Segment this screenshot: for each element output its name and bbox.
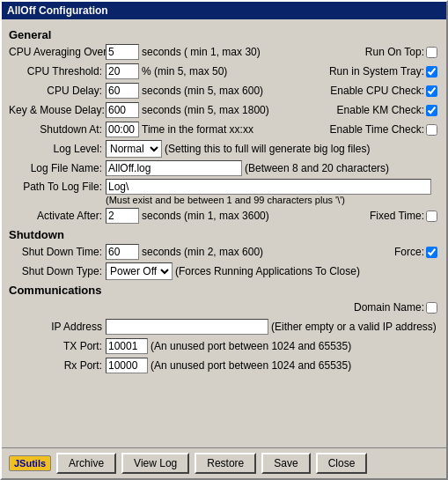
log-level-select[interactable]: Normal Full Minimal xyxy=(106,140,162,158)
log-file-name-label: Log File Name: xyxy=(9,162,106,174)
cpu-avg-row: CPU Averaging Over: seconds ( min 1, max… xyxy=(9,43,439,61)
jsutils-badge: JSutils xyxy=(9,455,51,471)
tx-port-desc: (An unused port between 1024 and 65535) xyxy=(151,340,351,352)
log-file-path-row: Path To Log File: (Must exist and be bet… xyxy=(9,179,439,205)
save-button[interactable]: Save xyxy=(261,453,310,474)
tx-port-input[interactable] xyxy=(106,338,148,354)
shutdown-at-desc: Time in the format xx:xx xyxy=(142,123,253,136)
shutdown-at-label: Shutdown At: xyxy=(9,123,106,136)
activate-after-label: Activate After: xyxy=(9,210,106,222)
ip-address-desc: (Either empty or a valid IP address) xyxy=(271,321,437,333)
log-level-row: Log Level: Normal Full Minimal (Setting … xyxy=(9,140,439,158)
view-log-button[interactable]: View Log xyxy=(121,453,189,474)
run-on-top-checkbox[interactable] xyxy=(426,47,437,58)
km-delay-desc: seconds (min 5, max 1800) xyxy=(142,104,269,116)
cpu-delay-desc: seconds (min 5, max 600) xyxy=(142,85,263,97)
shutdown-at-row: Shutdown At: Time in the format xx:xx En… xyxy=(9,121,439,138)
activate-after-row: Activate After: seconds (min 1, max 3600… xyxy=(9,207,439,225)
log-file-name-row: Log File Name: (Between 8 and 20 charact… xyxy=(9,159,439,177)
run-on-top-label: Run On Top: xyxy=(365,46,424,58)
log-file-path-input[interactable] xyxy=(106,179,431,195)
enable-cpu-check-label: Enable CPU Check: xyxy=(330,85,424,97)
cpu-delay-label: CPU Delay: xyxy=(9,85,106,97)
enable-time-check-label: Enable Time Check: xyxy=(330,123,424,136)
cpu-delay-input[interactable] xyxy=(106,83,139,99)
rx-port-desc: (An unused port between 1024 and 65535) xyxy=(151,359,351,372)
cpu-threshold-desc: % (min 5, max 50) xyxy=(142,65,227,78)
rx-port-label: Rx Port: xyxy=(9,359,106,372)
force-checkbox[interactable] xyxy=(426,247,437,258)
cpu-delay-row: CPU Delay: seconds (min 5, max 600) Enab… xyxy=(9,82,439,100)
run-in-tray-label: Run in System Tray: xyxy=(329,65,424,78)
domain-name-checkbox[interactable] xyxy=(426,302,437,314)
rx-port-input[interactable] xyxy=(106,358,148,373)
activate-after-desc: seconds (min 1, max 3600) xyxy=(142,210,269,222)
activate-after-input[interactable] xyxy=(106,208,139,224)
km-delay-row: Key & Mouse Delay: seconds (min 5, max 1… xyxy=(9,101,439,119)
cpu-threshold-row: CPU Threshold: % (min 5, max 50) Run in … xyxy=(9,63,439,80)
tx-port-label: TX Port: xyxy=(9,340,106,352)
domain-name-row: Domain Name: xyxy=(9,299,439,316)
cpu-avg-desc: seconds ( min 1, max 30) xyxy=(142,46,261,58)
enable-km-check-checkbox[interactable] xyxy=(426,105,437,116)
title-bar: AllOff Configuration xyxy=(2,2,446,19)
shut-down-time-input[interactable] xyxy=(106,244,139,260)
log-file-name-input[interactable] xyxy=(106,160,242,176)
shut-down-time-label: Shut Down Time: xyxy=(9,246,106,258)
shutdown-section-title: Shutdown xyxy=(9,228,439,241)
enable-time-check-checkbox[interactable] xyxy=(426,124,437,136)
fixed-time-label: Fixed Time: xyxy=(370,210,424,222)
cpu-threshold-label: CPU Threshold: xyxy=(9,65,106,78)
shut-down-type-label: Shut Down Type: xyxy=(9,265,106,277)
general-section-title: General xyxy=(9,28,439,41)
log-level-label: Log Level: xyxy=(9,143,106,155)
communications-section-title: Communications xyxy=(9,284,439,297)
run-in-tray-checkbox[interactable] xyxy=(426,66,437,78)
shut-down-type-select[interactable]: Power Off Restart Hibernate Suspend xyxy=(106,262,173,280)
enable-cpu-check-checkbox[interactable] xyxy=(426,85,437,97)
restore-button[interactable]: Restore xyxy=(195,453,256,474)
km-delay-input[interactable] xyxy=(106,102,139,118)
fixed-time-checkbox[interactable] xyxy=(426,210,437,222)
log-file-path-note: (Must exist and be between 1 and 99 char… xyxy=(106,195,439,205)
window-title: AllOff Configuration xyxy=(7,4,108,17)
ip-address-row: IP Address (Either empty or a valid IP a… xyxy=(9,318,439,336)
log-file-path-inner: Path To Log File: xyxy=(9,179,439,195)
tx-port-row: TX Port: (An unused port between 1024 an… xyxy=(9,337,439,355)
archive-button[interactable]: Archive xyxy=(56,453,116,474)
force-label: Force: xyxy=(394,246,424,258)
shut-down-type-row: Shut Down Type: Power Off Restart Hibern… xyxy=(9,262,439,280)
shut-down-time-desc: seconds (min 2, max 600) xyxy=(142,246,263,258)
close-button[interactable]: Close xyxy=(316,453,368,474)
ip-address-label: IP Address xyxy=(9,321,106,333)
shut-down-type-desc: (Forces Running Applications To Close) xyxy=(175,265,360,277)
content-area: General CPU Averaging Over: seconds ( mi… xyxy=(2,19,446,447)
shut-down-time-row: Shut Down Time: seconds (min 2, max 600)… xyxy=(9,243,439,261)
bottom-bar: JSutils Archive View Log Restore Save Cl… xyxy=(2,447,446,478)
cpu-threshold-input[interactable] xyxy=(106,63,139,79)
cpu-avg-label: CPU Averaging Over: xyxy=(9,46,106,58)
shutdown-at-input[interactable] xyxy=(106,122,139,137)
enable-km-check-label: Enable KM Check: xyxy=(337,104,424,116)
log-level-desc: (Setting this to full will generate big … xyxy=(165,143,370,155)
cpu-avg-input[interactable] xyxy=(106,44,139,60)
main-window: AllOff Configuration General CPU Averagi… xyxy=(0,0,448,480)
rx-port-row: Rx Port: (An unused port between 1024 an… xyxy=(9,357,439,374)
domain-name-label: Domain Name: xyxy=(354,301,424,314)
log-file-name-desc: (Between 8 and 20 characters) xyxy=(245,162,389,174)
ip-address-input[interactable] xyxy=(106,319,268,335)
log-file-path-label: Path To Log File: xyxy=(9,181,106,193)
km-delay-label: Key & Mouse Delay: xyxy=(9,104,106,116)
